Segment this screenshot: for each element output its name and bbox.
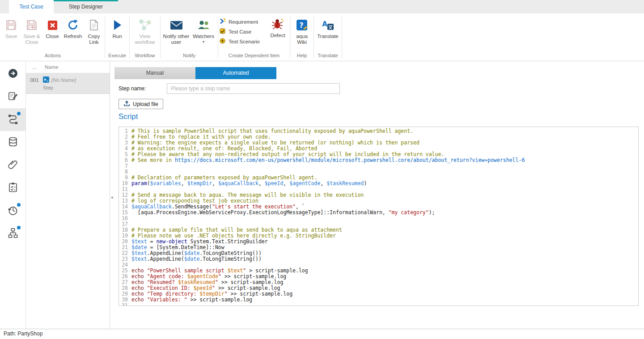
- ribbon-group-label-execute: Execute: [105, 53, 129, 61]
- close-label: Close: [46, 34, 59, 39]
- rail-item-history[interactable]: [0, 199, 25, 222]
- code-line: 15 [aqua.ProcessEngine.WebServiceProxy.E…: [119, 210, 638, 216]
- defect-bug-icon: [271, 17, 284, 31]
- copy-link-button[interactable]: Copy Link: [84, 18, 104, 45]
- panel-collapse-arrow[interactable]: ◄: [110, 194, 114, 202]
- code-line: 30echo "Variables: " >> script-sample.lo…: [119, 297, 638, 303]
- code-text: echo "Variables: " >> script-sample.log: [131, 297, 252, 303]
- tab-automated[interactable]: Automated: [195, 67, 276, 79]
- ribbon-group-help: ? aqua Wiki Help: [290, 13, 314, 61]
- translate-button[interactable]: A Translate: [315, 18, 341, 39]
- code-text: # See more in https://docs.microsoft.com…: [131, 157, 525, 163]
- notification-dot: [17, 203, 21, 207]
- ribbon-group-execute: Run Execute: [105, 13, 129, 61]
- upload-icon: [123, 100, 130, 108]
- upload-file-button[interactable]: Upload file: [119, 99, 163, 109]
- status-bar: Path: PartyShop: [0, 329, 644, 339]
- paperclip-icon: [8, 159, 18, 171]
- rail-item-attachments[interactable]: [0, 154, 25, 177]
- history-clock-icon: [8, 205, 18, 217]
- aqua-wiki-button[interactable]: ? aqua Wiki: [291, 18, 313, 45]
- tab-manual[interactable]: Manual: [114, 67, 195, 79]
- code-line: 10param($variables, $tempDir, $aquaCallb…: [119, 181, 638, 186]
- run-label: Run: [112, 34, 122, 39]
- ribbon-group-label-workflow: Workflow: [130, 53, 160, 61]
- aqua-wiki-label: aqua Wiki: [292, 34, 312, 45]
- create-test-case-label: Test Case: [229, 29, 251, 34]
- save-and-close-label: Save & Close: [22, 34, 42, 45]
- status-path: Path: PartyShop: [4, 331, 42, 337]
- chevron-down-icon[interactable]: ▼: [202, 40, 205, 43]
- requirement-icon: [219, 18, 226, 25]
- create-defect-label: Defect: [270, 33, 285, 38]
- window-tab-test-case[interactable]: Test Case: [9, 0, 54, 13]
- code-line: 16: [119, 216, 638, 221]
- script-editor[interactable]: 1# This is sample PowerShell script that…: [119, 127, 639, 306]
- watchers-button[interactable]: Watchers ▼: [191, 18, 216, 43]
- ribbon-group-label-create-dependent-item: Create Dependent Item: [218, 53, 290, 61]
- clipboard-check-icon: [8, 182, 18, 194]
- step-name-input[interactable]: [167, 83, 340, 94]
- run-icon: [112, 18, 123, 32]
- create-test-scenario-label: Test Scenario: [229, 39, 260, 44]
- automated-step-icon: [43, 76, 49, 84]
- code-lines: 1# This is sample PowerShell script that…: [119, 128, 638, 306]
- create-defect-button[interactable]: Defect: [267, 17, 289, 38]
- steps-grid-header: ... Name: [26, 61, 110, 73]
- database-icon: [8, 136, 18, 148]
- save-and-close-icon: [26, 18, 38, 32]
- step-row[interactable]: 001 [No Name] Step: [26, 73, 110, 94]
- step-row-id: 001: [26, 73, 43, 93]
- svg-text:A: A: [322, 20, 327, 28]
- save-label: Save: [5, 34, 17, 39]
- rail-item-dependencies[interactable]: [0, 222, 25, 245]
- notification-dot: [17, 226, 21, 229]
- create-test-scenario-button[interactable]: Test Scenario: [219, 38, 267, 45]
- save-and-close-button[interactable]: Save & Close: [21, 18, 42, 45]
- rail-item-steps[interactable]: [0, 108, 25, 131]
- column-header-name: Name: [43, 64, 110, 70]
- create-requirement-button[interactable]: Requirement: [219, 18, 267, 25]
- upload-file-label: Upload file: [133, 101, 158, 107]
- aqua-wiki-icon: ?: [296, 18, 308, 32]
- run-button[interactable]: Run: [106, 18, 128, 39]
- window-tab-strip: Test Case Step Designer: [0, 0, 644, 13]
- step-designer-main: Manual Automated Step name: Upload file …: [110, 61, 644, 329]
- side-rail: [0, 61, 26, 329]
- close-icon: [47, 18, 58, 32]
- create-test-case-button[interactable]: Test Case: [219, 28, 267, 35]
- copy-link-label: Copy Link: [85, 34, 103, 45]
- ribbon-group-label-notify: Notify: [161, 53, 218, 61]
- notification-dot: [17, 112, 21, 115]
- view-workflow-button[interactable]: View workflow: [131, 18, 159, 45]
- notify-other-user-button[interactable]: Notify other user: [162, 18, 191, 45]
- save-button[interactable]: Save: [1, 18, 21, 39]
- rail-item-checklist[interactable]: [0, 177, 25, 199]
- rail-item-data[interactable]: [0, 131, 25, 154]
- ribbon-separator: [342, 16, 342, 58]
- rail-item-navigate[interactable]: [0, 63, 25, 85]
- hierarchy-icon: [8, 228, 18, 240]
- script-heading: Script: [119, 112, 138, 121]
- window-tab-step-designer[interactable]: Step Designer: [54, 0, 118, 13]
- step-name-label: Step name:: [119, 85, 167, 92]
- save-icon: [5, 18, 17, 32]
- ribbon-group-translate: A Translate Translate: [314, 13, 342, 61]
- close-button[interactable]: Close: [42, 18, 62, 39]
- envelope-icon: [170, 18, 183, 32]
- refresh-button[interactable]: Refresh: [62, 18, 84, 39]
- ribbon: Save Save & Close Close Refresh: [0, 13, 644, 61]
- view-workflow-icon: [138, 18, 152, 32]
- copy-link-icon: [89, 18, 99, 32]
- test-scenario-icon: [219, 38, 226, 45]
- mode-tabs: Manual Automated: [114, 67, 276, 79]
- view-workflow-label: View workflow: [132, 34, 158, 45]
- rail-item-edit-details[interactable]: [0, 85, 25, 108]
- code-line: 7: [119, 163, 638, 169]
- edit-pencil-icon: [8, 91, 18, 103]
- code-line: 31: [119, 303, 638, 306]
- steps-panel: ... Name 001 [No Name] Step: [26, 61, 110, 329]
- notify-other-user-label: Notify other user: [163, 34, 190, 45]
- teal-accent-strip: [54, 0, 118, 1]
- translate-icon: A: [322, 18, 334, 32]
